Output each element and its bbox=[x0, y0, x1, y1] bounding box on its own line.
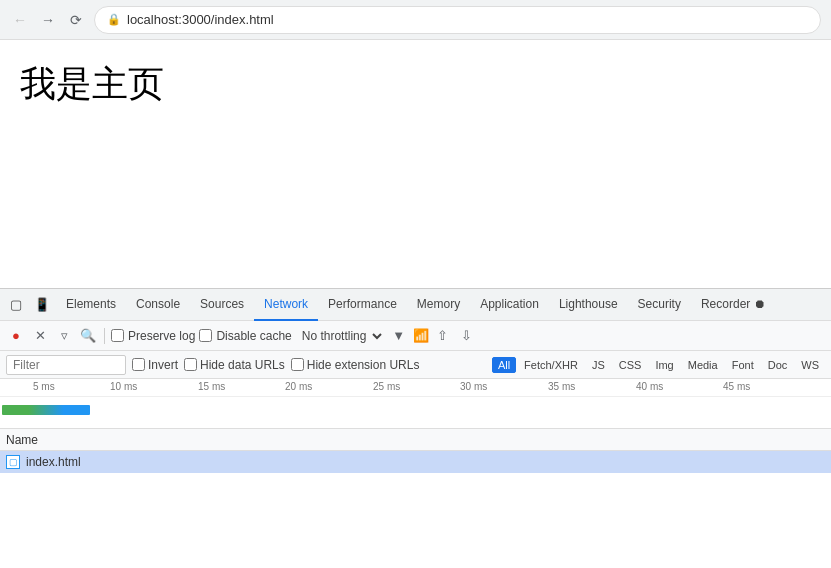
preserve-log-label[interactable]: Preserve log bbox=[111, 329, 195, 343]
hide-data-urls-checkbox[interactable] bbox=[184, 358, 197, 371]
invert-label[interactable]: Invert bbox=[132, 358, 178, 372]
hide-extension-urls-checkbox[interactable] bbox=[291, 358, 304, 371]
stop-recording-button[interactable]: ● bbox=[6, 326, 26, 346]
timeline-ruler: 5 ms 10 ms 15 ms 20 ms 25 ms 30 ms 35 ms… bbox=[0, 379, 831, 397]
hide-data-urls-label[interactable]: Hide data URLs bbox=[184, 358, 285, 372]
tab-lighthouse[interactable]: Lighthouse bbox=[549, 289, 628, 321]
timeline-bar-area bbox=[0, 401, 831, 423]
name-column-header: Name bbox=[6, 433, 38, 447]
tab-application[interactable]: Application bbox=[470, 289, 549, 321]
hide-extension-urls-label[interactable]: Hide extension URLs bbox=[291, 358, 420, 372]
filter-btn-js[interactable]: JS bbox=[586, 357, 611, 373]
filter-input[interactable] bbox=[6, 355, 126, 375]
filter-btn-css[interactable]: CSS bbox=[613, 357, 648, 373]
tick-5ms: 5 ms bbox=[33, 381, 55, 392]
upload-button[interactable]: ⇧ bbox=[433, 326, 453, 346]
tick-15ms: 15 ms bbox=[198, 381, 225, 392]
tab-memory[interactable]: Memory bbox=[407, 289, 470, 321]
timeline-bar bbox=[2, 405, 90, 415]
reload-button[interactable]: ⟳ bbox=[66, 10, 86, 30]
table-row[interactable]: ▢ index.html bbox=[0, 451, 831, 473]
forward-button[interactable]: → bbox=[38, 10, 58, 30]
disable-cache-checkbox[interactable] bbox=[199, 329, 212, 342]
separator-1 bbox=[104, 328, 105, 344]
preserve-log-checkbox[interactable] bbox=[111, 329, 124, 342]
invert-checkbox[interactable] bbox=[132, 358, 145, 371]
wifi-icon: 📶 bbox=[413, 328, 429, 343]
tick-45ms: 45 ms bbox=[723, 381, 750, 392]
filter-btn-font[interactable]: Font bbox=[726, 357, 760, 373]
tab-network[interactable]: Network bbox=[254, 289, 318, 321]
tab-recorder[interactable]: Recorder ⏺ bbox=[691, 289, 776, 321]
filter-btn-media[interactable]: Media bbox=[682, 357, 724, 373]
tab-console[interactable]: Console bbox=[126, 289, 190, 321]
throttle-dropdown-button[interactable]: ▼ bbox=[389, 326, 409, 346]
tab-security[interactable]: Security bbox=[628, 289, 691, 321]
filter-btn-fetch[interactable]: Fetch/XHR bbox=[518, 357, 584, 373]
devtools-panel: ▢ 📱 Elements Console Sources Network Per… bbox=[0, 288, 831, 568]
tick-10ms: 10 ms bbox=[110, 381, 137, 392]
row-doc-icon: ▢ bbox=[6, 455, 20, 469]
filter-bar: Invert Hide data URLs Hide extension URL… bbox=[0, 351, 831, 379]
devtools-toolbar: ● ✕ ▿ 🔍 Preserve log Disable cache No th… bbox=[0, 321, 831, 351]
url-text: localhost:3000/index.html bbox=[127, 12, 274, 27]
tick-40ms: 40 ms bbox=[636, 381, 663, 392]
filter-btn-ws[interactable]: WS bbox=[795, 357, 825, 373]
tick-35ms: 35 ms bbox=[548, 381, 575, 392]
search-button[interactable]: 🔍 bbox=[78, 326, 98, 346]
lock-icon: 🔒 bbox=[107, 13, 121, 26]
tab-sources[interactable]: Sources bbox=[190, 289, 254, 321]
tick-30ms: 30 ms bbox=[460, 381, 487, 392]
tab-elements[interactable]: Elements bbox=[56, 289, 126, 321]
filter-btn-img[interactable]: Img bbox=[649, 357, 679, 373]
throttling-select[interactable]: No throttling bbox=[296, 328, 385, 344]
devtools-tabs: ▢ 📱 Elements Console Sources Network Per… bbox=[0, 289, 831, 321]
table-header: Name bbox=[0, 429, 831, 451]
filter-btn-all[interactable]: All bbox=[492, 357, 516, 373]
row-filename: index.html bbox=[26, 455, 81, 469]
timeline-area: 5 ms 10 ms 15 ms 20 ms 25 ms 30 ms 35 ms… bbox=[0, 379, 831, 429]
tab-performance[interactable]: Performance bbox=[318, 289, 407, 321]
tick-25ms: 25 ms bbox=[373, 381, 400, 392]
page-content: 我是主页 bbox=[0, 40, 831, 288]
inspect-icon[interactable]: ▢ bbox=[4, 297, 28, 312]
browser-chrome: ← → ⟳ 🔒 localhost:3000/index.html bbox=[0, 0, 831, 40]
filter-btn-doc[interactable]: Doc bbox=[762, 357, 794, 373]
address-bar[interactable]: 🔒 localhost:3000/index.html bbox=[94, 6, 821, 34]
wifi-icons: 📶 bbox=[413, 328, 429, 343]
network-table[interactable]: Name ▢ index.html bbox=[0, 429, 831, 568]
clear-button[interactable]: ✕ bbox=[30, 326, 50, 346]
back-button[interactable]: ← bbox=[10, 10, 30, 30]
download-button[interactable]: ⇩ bbox=[457, 326, 477, 346]
disable-cache-label[interactable]: Disable cache bbox=[199, 329, 291, 343]
device-icon[interactable]: 📱 bbox=[28, 297, 56, 312]
filter-type-buttons: All Fetch/XHR JS CSS Img Media Font Doc … bbox=[492, 357, 825, 373]
page-heading: 我是主页 bbox=[20, 60, 811, 109]
filter-toggle-button[interactable]: ▿ bbox=[54, 326, 74, 346]
tick-20ms: 20 ms bbox=[285, 381, 312, 392]
